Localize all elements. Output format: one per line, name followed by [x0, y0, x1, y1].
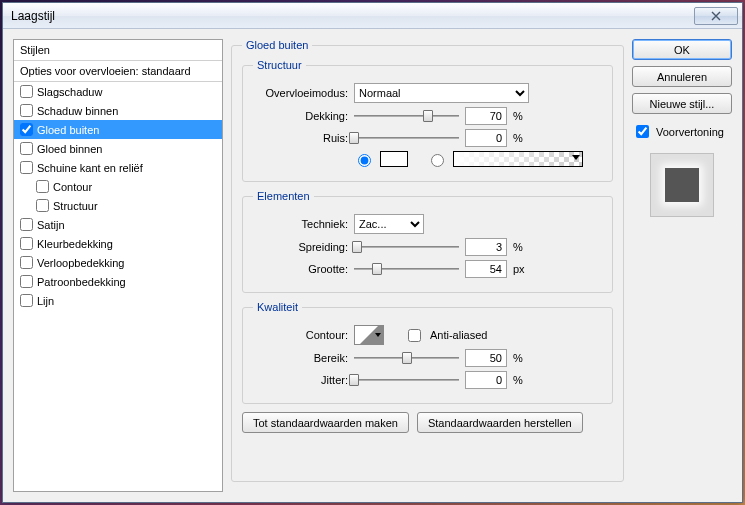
blendmode-select[interactable]: Normaal — [354, 83, 529, 103]
style-label: Verloopbedekking — [37, 257, 124, 269]
contour-label: Contour: — [253, 329, 348, 341]
size-input[interactable] — [465, 260, 507, 278]
jitter-input[interactable] — [465, 371, 507, 389]
new-style-button[interactable]: Nieuwe stijl... — [632, 93, 732, 114]
style-item-0[interactable]: Slagschaduw — [14, 82, 222, 101]
color-radio[interactable] — [358, 154, 371, 167]
style-item-7[interactable]: Satijn — [14, 215, 222, 234]
technique-select[interactable]: Zac... — [354, 214, 424, 234]
style-label: Lijn — [37, 295, 54, 307]
style-label: Gloed binnen — [37, 143, 102, 155]
style-label: Satijn — [37, 219, 65, 231]
style-label: Structuur — [53, 200, 98, 212]
opacity-slider[interactable] — [354, 108, 459, 124]
style-label: Kleurbedekking — [37, 238, 113, 250]
style-item-4[interactable]: Schuine kant en reliëf — [14, 158, 222, 177]
style-checkbox[interactable] — [20, 256, 33, 269]
styles-list-panel: Stijlen Opties voor overvloeien: standaa… — [13, 39, 223, 492]
style-item-6[interactable]: Structuur — [14, 196, 222, 215]
antialias-checkbox[interactable] — [408, 329, 421, 342]
range-input[interactable] — [465, 349, 507, 367]
preview-toggle[interactable]: Voorvertoning — [632, 122, 732, 141]
spread-input[interactable] — [465, 238, 507, 256]
opacity-unit: % — [513, 110, 531, 122]
size-label: Grootte: — [253, 263, 348, 275]
styles-header[interactable]: Stijlen — [14, 40, 222, 61]
spread-label: Spreiding: — [253, 241, 348, 253]
noise-slider[interactable] — [354, 130, 459, 146]
style-label: Schuine kant en reliëf — [37, 162, 143, 174]
range-slider[interactable] — [354, 350, 459, 366]
style-item-1[interactable]: Schaduw binnen — [14, 101, 222, 120]
technique-label: Techniek: — [253, 218, 348, 230]
size-slider[interactable] — [354, 261, 459, 277]
blend-options-row[interactable]: Opties voor overvloeien: standaard — [14, 61, 222, 82]
style-checkbox[interactable] — [20, 85, 33, 98]
style-item-2[interactable]: Gloed buiten — [14, 120, 222, 139]
close-icon — [711, 11, 721, 21]
jitter-slider[interactable] — [354, 372, 459, 388]
jitter-unit: % — [513, 374, 531, 386]
quality-group: Kwaliteit Contour: Anti-aliased Bereik: — [242, 301, 613, 404]
outer-glow-group: Gloed buiten Structuur Overvloeimodus: N… — [231, 39, 624, 482]
titlebar[interactable]: Laagstijl — [3, 3, 742, 29]
window-title: Laagstijl — [11, 9, 694, 23]
jitter-label: Jitter: — [253, 374, 348, 386]
style-label: Contour — [53, 181, 92, 193]
structure-group: Structuur Overvloeimodus: Normaal Dekkin… — [242, 59, 613, 182]
make-default-button[interactable]: Tot standaardwaarden maken — [242, 412, 409, 433]
quality-legend: Kwaliteit — [253, 301, 302, 313]
elements-legend: Elementen — [253, 190, 314, 202]
style-item-3[interactable]: Gloed binnen — [14, 139, 222, 158]
preview-inner — [665, 168, 699, 202]
style-label: Slagschaduw — [37, 86, 102, 98]
style-checkbox[interactable] — [20, 294, 33, 307]
dialog-body: Stijlen Opties voor overvloeien: standaa… — [3, 29, 742, 502]
layer-style-dialog: Laagstijl Stijlen Opties voor overvloeie… — [2, 2, 743, 503]
contour-picker[interactable] — [354, 325, 384, 345]
opacity-input[interactable] — [465, 107, 507, 125]
ok-button[interactable]: OK — [632, 39, 732, 60]
preview-thumbnail — [650, 153, 714, 217]
range-unit: % — [513, 352, 531, 364]
preview-checkbox[interactable] — [636, 125, 649, 138]
opacity-label: Dekking: — [253, 110, 348, 122]
gradient-swatch[interactable] — [453, 151, 583, 167]
spread-unit: % — [513, 241, 531, 253]
style-checkbox[interactable] — [20, 142, 33, 155]
style-item-5[interactable]: Contour — [14, 177, 222, 196]
range-label: Bereik: — [253, 352, 348, 364]
style-checkbox[interactable] — [20, 237, 33, 250]
style-checkbox[interactable] — [36, 199, 49, 212]
noise-label: Ruis: — [253, 132, 348, 144]
effect-title: Gloed buiten — [242, 39, 312, 51]
style-checkbox[interactable] — [36, 180, 49, 193]
style-label: Schaduw binnen — [37, 105, 118, 117]
right-button-panel: OK Annuleren Nieuwe stijl... Voorvertoni… — [632, 39, 732, 492]
preview-label: Voorvertoning — [656, 126, 724, 138]
style-item-8[interactable]: Kleurbedekking — [14, 234, 222, 253]
structure-legend: Structuur — [253, 59, 306, 71]
elements-group: Elementen Techniek: Zac... Spreiding: % — [242, 190, 613, 293]
effect-settings-panel: Gloed buiten Structuur Overvloeimodus: N… — [231, 39, 624, 492]
close-button[interactable] — [694, 7, 738, 25]
antialias-label: Anti-aliased — [430, 329, 487, 341]
style-checkbox[interactable] — [20, 275, 33, 288]
reset-default-button[interactable]: Standaardwaarden herstellen — [417, 412, 583, 433]
noise-input[interactable] — [465, 129, 507, 147]
blendmode-label: Overvloeimodus: — [253, 87, 348, 99]
style-checkbox[interactable] — [20, 123, 33, 136]
style-label: Patroonbedekking — [37, 276, 126, 288]
style-checkbox[interactable] — [20, 218, 33, 231]
color-swatch[interactable] — [380, 151, 408, 167]
spread-slider[interactable] — [354, 239, 459, 255]
style-label: Gloed buiten — [37, 124, 99, 136]
style-item-10[interactable]: Patroonbedekking — [14, 272, 222, 291]
cancel-button[interactable]: Annuleren — [632, 66, 732, 87]
gradient-radio[interactable] — [431, 154, 444, 167]
style-item-11[interactable]: Lijn — [14, 291, 222, 310]
noise-unit: % — [513, 132, 531, 144]
style-checkbox[interactable] — [20, 161, 33, 174]
style-item-9[interactable]: Verloopbedekking — [14, 253, 222, 272]
style-checkbox[interactable] — [20, 104, 33, 117]
